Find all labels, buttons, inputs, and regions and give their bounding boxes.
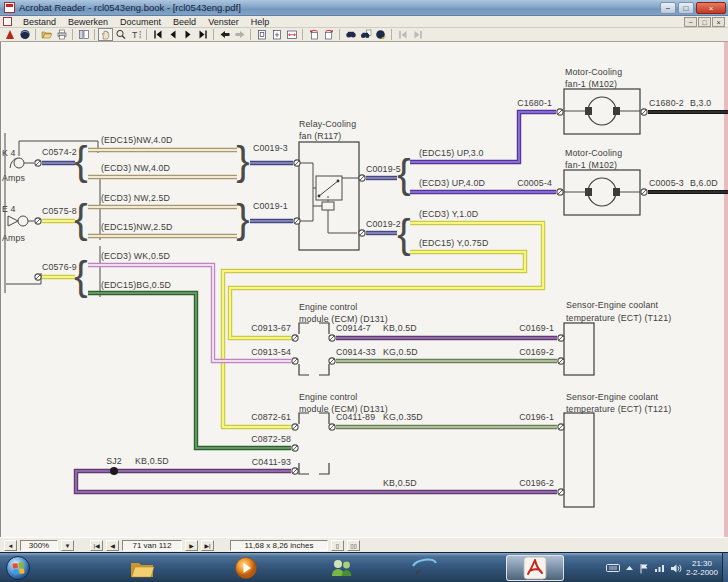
svg-text:C0005-3: C0005-3 xyxy=(649,178,684,188)
last-page-icon[interactable] xyxy=(195,28,210,41)
toolbar-separator xyxy=(391,29,392,40)
acrobat-globe-icon[interactable] xyxy=(17,28,32,41)
svg-text:K 4: K 4 xyxy=(2,148,16,158)
find-icon[interactable] xyxy=(343,28,358,41)
svg-text:C0575-8: C0575-8 xyxy=(42,206,77,216)
sj2-splice-dot xyxy=(110,467,118,475)
maximize-button[interactable]: □ xyxy=(678,2,694,14)
toolbar-separator xyxy=(72,29,73,40)
text-select-icon[interactable]: T xyxy=(128,28,143,41)
svg-text:C0019-5: C0019-5 xyxy=(366,164,401,174)
taskbar-clock[interactable]: 21:30 2-2-2000 xyxy=(686,553,718,582)
zoom-dropdown-button[interactable]: ▼ xyxy=(61,540,74,551)
mdi-close-button[interactable]: × xyxy=(712,17,725,27)
show-hidden-icons[interactable] xyxy=(625,564,634,572)
svg-text:C0914-7: C0914-7 xyxy=(336,323,371,333)
show-desktop-button[interactable] xyxy=(722,553,728,582)
menu-venster[interactable]: Venster xyxy=(202,17,245,27)
thumbnails-icon[interactable] xyxy=(76,28,91,41)
minimize-button[interactable]: − xyxy=(660,2,676,14)
svg-text:KG,0.5D: KG,0.5D xyxy=(383,347,418,357)
taskbar-internet-explorer-button[interactable]: e xyxy=(404,555,444,581)
toolbar-separator xyxy=(35,29,36,40)
toolbar: T xyxy=(0,28,728,42)
print-icon[interactable] xyxy=(54,28,69,41)
svg-text:Motor-Cooling: Motor-Cooling xyxy=(565,67,622,77)
svg-text:}: } xyxy=(236,197,249,241)
volume-icon[interactable] xyxy=(670,563,682,574)
svg-text:E 4: E 4 xyxy=(2,204,16,214)
taskbar-explorer-button[interactable] xyxy=(122,555,162,581)
ecm2-box xyxy=(299,413,329,474)
taskbar-messenger-button[interactable] xyxy=(322,555,362,581)
acrobat-logo-icon[interactable] xyxy=(2,28,17,41)
svg-text:(EDC15) Y,0.75D: (EDC15) Y,0.75D xyxy=(419,238,488,248)
prev-highlight-icon[interactable] xyxy=(395,28,410,41)
prev-page-button[interactable]: ◀ xyxy=(106,540,119,551)
next-highlight-icon[interactable] xyxy=(410,28,425,41)
taskbar-media-player-button[interactable] xyxy=(226,555,266,581)
svg-text:{: { xyxy=(74,139,87,183)
first-page-button[interactable]: |◀ xyxy=(90,540,103,551)
actual-size-icon[interactable] xyxy=(254,28,269,41)
svg-text:Relay-Cooling: Relay-Cooling xyxy=(299,119,356,129)
continuous-layout-button[interactable]: ▯▯ xyxy=(347,540,360,551)
menu-beeld[interactable]: Beeld xyxy=(167,17,202,27)
search-web-icon[interactable] xyxy=(373,28,388,41)
ect1-box xyxy=(564,323,594,375)
open-icon[interactable] xyxy=(39,28,54,41)
pdf-document-icon[interactable] xyxy=(3,17,12,26)
rotate-right-icon[interactable] xyxy=(321,28,336,41)
title-bar[interactable]: Acrobat Reader - rcl0543eng.book - [rcl0… xyxy=(0,0,728,16)
wire-kb05-lower-outline xyxy=(76,471,557,492)
toolbar-separator xyxy=(213,29,214,40)
svg-text:C0872-61: C0872-61 xyxy=(251,412,291,422)
taskbar-adobe-reader-button[interactable] xyxy=(506,555,564,581)
nav-pane-toggle-button[interactable]: ◄ xyxy=(4,540,17,551)
next-page-icon[interactable] xyxy=(180,28,195,41)
svg-text:Sensor-Engine coolant: Sensor-Engine coolant xyxy=(566,300,659,310)
zoom-icon[interactable] xyxy=(113,28,128,41)
menu-document[interactable]: Document xyxy=(114,17,167,27)
menu-help[interactable]: Help xyxy=(245,17,276,27)
keyboard-tray-icon[interactable] xyxy=(606,563,620,573)
prev-page-icon[interactable] xyxy=(165,28,180,41)
page-indicator[interactable]: 71 van 112 xyxy=(122,540,182,551)
next-page-button[interactable]: ▶ xyxy=(185,540,198,551)
svg-text:C0914-33: C0914-33 xyxy=(336,347,376,357)
next-view-icon[interactable] xyxy=(232,28,247,41)
fit-width-icon[interactable] xyxy=(284,28,299,41)
prev-view-icon[interactable] xyxy=(217,28,232,41)
toolbar-separator xyxy=(339,29,340,40)
rotate-left-icon[interactable] xyxy=(306,28,321,41)
ecm1-box xyxy=(299,323,329,375)
media-player-icon xyxy=(234,556,258,580)
fuse-symbol xyxy=(8,216,34,226)
messenger-icon xyxy=(329,556,355,580)
svg-text:B,3.0: B,3.0 xyxy=(690,98,711,108)
first-page-icon[interactable] xyxy=(150,28,165,41)
svg-text:C0411-93: C0411-93 xyxy=(252,457,291,467)
fit-page-icon[interactable] xyxy=(269,28,284,41)
menu-bewerken[interactable]: Bewerken xyxy=(62,17,114,27)
acrobat-reader-window: Acrobat Reader - rcl0543eng.book - [rcl0… xyxy=(0,0,728,582)
single-page-layout-button[interactable]: ▯ xyxy=(331,540,344,551)
close-button[interactable]: × xyxy=(696,2,726,14)
start-button[interactable] xyxy=(6,556,30,580)
zoom-level[interactable]: 300% xyxy=(20,540,58,551)
network-icon[interactable] xyxy=(654,563,665,573)
last-page-button[interactable]: ▶| xyxy=(201,540,214,551)
wire-kb05-lower xyxy=(76,471,557,492)
search-icon[interactable] xyxy=(358,28,373,41)
svg-text:(ECD3) NW,2.5D: (ECD3) NW,2.5D xyxy=(101,193,170,203)
action-center-flag-icon[interactable] xyxy=(639,563,649,574)
mdi-restore-button[interactable]: □ xyxy=(698,17,711,27)
pdf-page-canvas[interactable]: { } { } { { { xyxy=(0,42,728,537)
svg-text:C1680-2: C1680-2 xyxy=(649,98,684,108)
clock-date: 2-2-2000 xyxy=(686,568,718,577)
hand-tool-icon[interactable] xyxy=(98,28,113,41)
svg-text:C0019-3: C0019-3 xyxy=(253,143,288,153)
wire-bg05 xyxy=(88,293,291,448)
mdi-minimize-button[interactable]: − xyxy=(684,17,697,27)
menu-bestand[interactable]: Bestand xyxy=(17,17,62,27)
